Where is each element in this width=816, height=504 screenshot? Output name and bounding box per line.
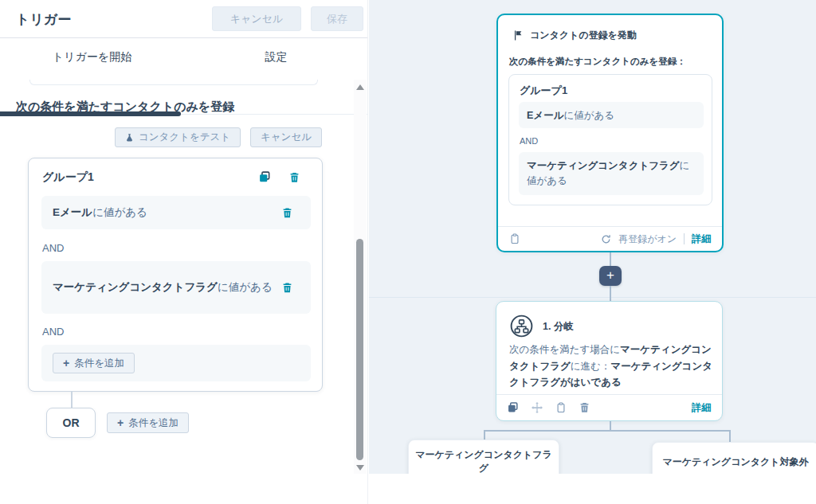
reenroll-icon bbox=[601, 234, 611, 244]
canvas-section-line bbox=[369, 297, 816, 298]
panel-scroll-area: 次の条件を満たすコンタクトのみを登録 コンタクトをテスト キャンセル グループ1 bbox=[0, 80, 354, 474]
trigger-node-header: コンタクトの登録を発動 bbox=[513, 29, 637, 42]
plus-icon: + bbox=[63, 357, 69, 369]
branch-desc-text: 次の条件を満たす場合に bbox=[509, 344, 620, 355]
delete-group-icon[interactable] bbox=[288, 171, 300, 183]
condition-text: Eメールに値がある bbox=[53, 204, 285, 221]
section-heading: 次の条件を満たすコンタクトのみを登録 bbox=[16, 100, 234, 115]
condition-row[interactable]: Eメールに値がある bbox=[41, 196, 311, 229]
test-contact-button[interactable]: コンタクトをテスト bbox=[115, 127, 241, 147]
reenrollment-status: 再登録がオン bbox=[618, 232, 677, 246]
test-contact-label: コンタクトをテスト bbox=[139, 128, 230, 147]
trash-icon[interactable] bbox=[579, 402, 590, 414]
branch-node-card[interactable]: 1. 分岐 次の条件を満たす場合にマーケティングコンタクトフラグに進む：マーケテ… bbox=[496, 301, 723, 421]
panel-header: トリガー キャンセル 保存 bbox=[0, 0, 368, 38]
condition-text: マーケティングコンタクトフラグに値がある bbox=[53, 279, 285, 296]
branch-title: マーケティングコンタクトフラグ bbox=[409, 448, 559, 474]
cancel-filter-label: キャンセル bbox=[261, 128, 312, 147]
connector-line bbox=[484, 430, 731, 432]
trigger-side-panel: トリガー キャンセル 保存 トリガーを開始 設定 次の条件を満たすコンタクトのみ… bbox=[0, 0, 368, 504]
plus-icon: + bbox=[117, 416, 124, 429]
workflow-canvas[interactable]: コンタクトの登録を発動 次の条件を満たすコンタクトのみを登録： グループ1 Eメ… bbox=[369, 0, 816, 474]
and-operator-label: AND bbox=[520, 136, 538, 146]
condition-property: Eメール bbox=[53, 206, 92, 218]
add-condition-button[interactable]: + 条件を追加 bbox=[53, 353, 135, 373]
workflow-trigger-screen: トリガー キャンセル 保存 トリガーを開始 設定 次の条件を満たすコンタクトのみ… bbox=[0, 0, 816, 504]
branch-icon bbox=[509, 314, 534, 338]
condition-suffix: に値がある bbox=[92, 206, 147, 218]
trigger-node-footer: 再登録がオン 詳細 bbox=[498, 226, 722, 251]
or-connector-line bbox=[71, 392, 73, 408]
connector-line bbox=[610, 286, 611, 301]
panel-tabs: トリガーを開始 設定 bbox=[0, 38, 368, 79]
branch-title: マーケティングコンタクト対象外 bbox=[653, 455, 816, 469]
condition-suffix: に値がある bbox=[218, 281, 273, 293]
flask-icon bbox=[125, 133, 134, 143]
footer-divider bbox=[684, 233, 685, 244]
trigger-details-link[interactable]: 詳細 bbox=[692, 232, 712, 246]
branch-node-description: 次の条件を満たす場合にマーケティングコンタクトフラグに進む：マーケティングコンタ… bbox=[509, 342, 713, 391]
scrollbar-thumb[interactable] bbox=[356, 239, 363, 460]
add-or-condition-button[interactable]: + 条件を追加 bbox=[107, 412, 189, 433]
connector-line bbox=[484, 430, 485, 440]
tab-start-trigger[interactable]: トリガーを開始 bbox=[0, 38, 184, 75]
cancel-button[interactable]: キャンセル bbox=[212, 6, 301, 31]
branch-node-title: 1. 分岐 bbox=[543, 320, 574, 334]
branch-details-link[interactable]: 詳細 bbox=[692, 401, 712, 415]
connector-line bbox=[729, 430, 731, 442]
condition-suffix: に値がある bbox=[563, 110, 614, 121]
branch-desc-text: に進む： bbox=[571, 361, 611, 372]
add-or-condition-label: 条件を追加 bbox=[128, 416, 178, 430]
or-group-button[interactable]: OR bbox=[46, 408, 96, 438]
add-condition-row: + 条件を追加 bbox=[41, 345, 311, 381]
filter-group-card: グループ1 Eメールに値がある bbox=[28, 158, 323, 392]
and-operator-label: AND bbox=[42, 242, 64, 254]
trigger-node-title: コンタクトの登録を発動 bbox=[530, 29, 637, 42]
scrolled-element-fragment bbox=[29, 80, 318, 85]
duplicate-group-icon[interactable] bbox=[259, 171, 271, 183]
scroll-up-icon[interactable] bbox=[356, 84, 364, 90]
condition-row[interactable]: マーケティングコンタクトフラグに値がある bbox=[41, 261, 311, 314]
clipboard-icon[interactable] bbox=[508, 233, 520, 245]
duplicate-icon[interactable] bbox=[507, 402, 519, 414]
condition-property: Eメール bbox=[527, 110, 563, 121]
condition-property: マーケティングコンタクトフラグ bbox=[53, 281, 218, 293]
delete-condition-icon[interactable] bbox=[281, 207, 293, 219]
branch-node-footer: 詳細 bbox=[496, 394, 722, 420]
branch-yes-card[interactable]: マーケティングコンタクトフラグ マーケティングコンタクトフラ... bbox=[408, 440, 559, 474]
group-actions bbox=[259, 171, 300, 183]
add-action-button[interactable]: + bbox=[599, 266, 622, 286]
and-operator-label: AND bbox=[42, 326, 64, 338]
flag-icon bbox=[513, 30, 523, 41]
group-title: グループ1 bbox=[520, 84, 567, 98]
condition-property: マーケティングコンタクトフラグ bbox=[527, 160, 680, 171]
group-title: グループ1 bbox=[42, 170, 94, 185]
tab-settings[interactable]: 設定 bbox=[184, 38, 368, 75]
save-button[interactable]: 保存 bbox=[311, 6, 363, 31]
trigger-node-card[interactable]: コンタクトの登録を発動 次の条件を満たすコンタクトのみを登録： グループ1 Eメ… bbox=[496, 14, 724, 252]
trigger-node-subtitle: 次の条件を満たすコンタクトのみを登録： bbox=[509, 56, 686, 68]
trigger-conditions-box: グループ1 Eメールに値がある AND マーケティングコンタクトフラグに値がある bbox=[508, 74, 712, 205]
delete-condition-icon[interactable] bbox=[281, 282, 293, 294]
scroll-down-icon[interactable] bbox=[356, 465, 364, 471]
branch-other-card[interactable]: マーケティングコンタクト対象外 bbox=[652, 442, 816, 474]
panel-canvas-divider bbox=[367, 0, 368, 504]
move-icon[interactable] bbox=[531, 402, 543, 414]
condition-row: Eメールに値がある bbox=[519, 102, 704, 128]
clipboard-icon[interactable] bbox=[555, 402, 567, 414]
page-title: トリガー bbox=[16, 10, 71, 29]
panel-scrollbar[interactable] bbox=[354, 80, 367, 474]
condition-row: マーケティングコンタクトフラグに値がある bbox=[519, 152, 704, 195]
connector-line bbox=[610, 252, 611, 267]
add-condition-label: 条件を追加 bbox=[74, 357, 124, 370]
filter-actions-row: コンタクトをテスト キャンセル bbox=[115, 127, 322, 147]
cancel-filter-button[interactable]: キャンセル bbox=[250, 127, 322, 147]
